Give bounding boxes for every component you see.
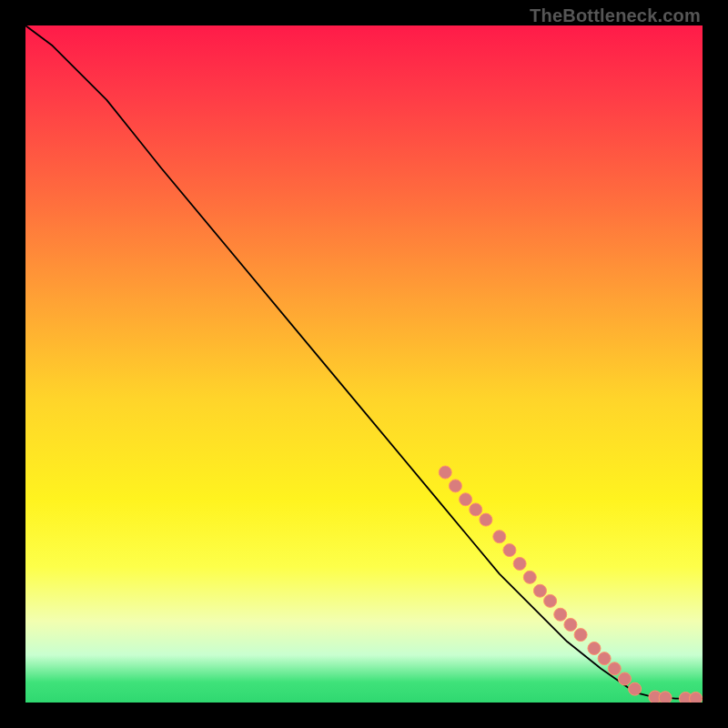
data-marker [574,629,587,642]
data-marker [588,642,601,654]
data-marker [470,503,482,516]
chart-overlay [25,25,703,703]
data-marker [533,584,546,597]
data-marker [598,652,611,665]
data-marker [618,672,631,685]
main-curve [25,25,703,699]
data-marker [513,557,526,570]
chart-frame: TheBottleneck.com [0,0,728,728]
plot-area [25,25,703,703]
data-marker [439,466,451,479]
data-marker [449,480,461,492]
data-marker [503,544,516,557]
data-marker [690,693,703,703]
data-marker [493,531,506,543]
data-marker [564,618,577,631]
data-marker [608,662,621,675]
data-marker [480,513,492,526]
data-marker [659,692,672,703]
data-marker [460,493,472,506]
data-marker [554,608,567,621]
data-marker [629,682,642,695]
data-marker [523,571,536,583]
attribution-text: TheBottleneck.com [530,5,701,26]
data-marker [544,594,557,607]
data-markers [439,466,702,703]
